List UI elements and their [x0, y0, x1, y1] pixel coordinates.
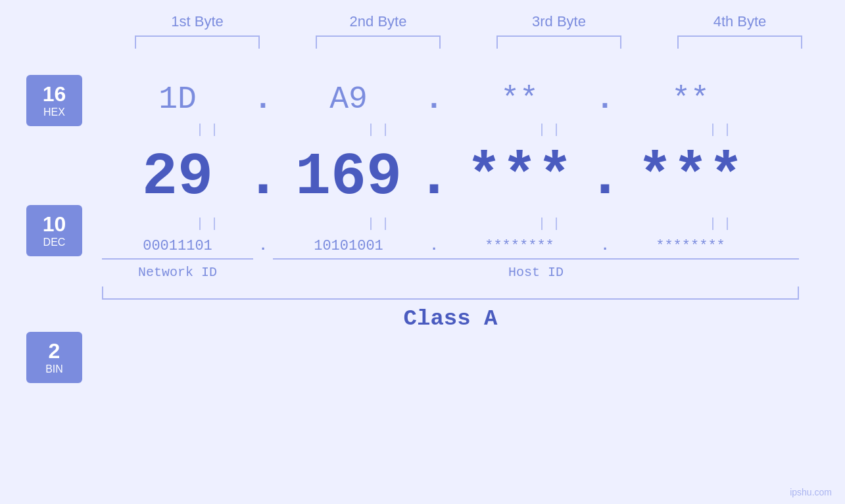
dec-byte1: 29 — [102, 144, 253, 211]
hex-badge-num: 16 — [43, 83, 66, 106]
dec-byte3: *** — [444, 144, 595, 211]
vbar1: || — [135, 122, 286, 137]
bin-dot1: . — [253, 238, 273, 254]
top-brackets — [107, 35, 831, 49]
bin-byte4: ******** — [615, 238, 766, 254]
bin-row: 00011101 . 10101001 . ******** . *******… — [102, 238, 799, 254]
hex-dot3: . — [595, 81, 615, 117]
class-label: Class A — [102, 306, 799, 331]
vbar-row-2: || || || || — [135, 216, 832, 231]
dec-row: 29 . 169 . *** . *** — [102, 144, 799, 211]
hex-badge: 16 HEX — [26, 75, 82, 126]
dec-dot3: . — [595, 144, 615, 211]
bin-byte1: 00011101 — [102, 238, 253, 254]
outer-bracket — [102, 286, 799, 300]
dec-dot2: . — [424, 144, 444, 211]
vbar7: || — [477, 216, 628, 231]
vbar-row-1: || || || || — [135, 122, 832, 137]
top-bracket-4 — [677, 35, 802, 49]
vbar4: || — [648, 122, 799, 137]
dec-dot1: . — [253, 144, 273, 211]
bin-byte2: 10101001 — [273, 238, 424, 254]
hex-byte4: ** — [615, 81, 766, 117]
top-bracket-2 — [316, 35, 441, 49]
bin-badge-label: BIN — [45, 363, 63, 375]
top-bracket-3 — [496, 35, 621, 49]
hex-byte3: ** — [444, 81, 595, 117]
hex-row: 1D . A9 . ** . ** — [102, 81, 799, 117]
network-underline — [102, 258, 253, 260]
dec-badge: 10 DEC — [26, 205, 82, 256]
watermark: ipshu.com — [790, 487, 832, 497]
top-bracket-1 — [135, 35, 260, 49]
vbar5: || — [135, 216, 286, 231]
bin-badge: 2 BIN — [26, 332, 82, 383]
dec-byte2: 169 — [273, 144, 424, 211]
hex-byte1: 1D — [102, 81, 253, 117]
vbar8: || — [648, 216, 799, 231]
hex-byte2: A9 — [273, 81, 424, 117]
network-id-label: Network ID — [102, 265, 253, 280]
bin-byte3: ******** — [444, 238, 595, 254]
byte3-header: 3rd Byte — [487, 13, 631, 30]
dec-badge-num: 10 — [43, 213, 66, 236]
bin-underlines — [102, 258, 799, 260]
hex-dot2: . — [424, 81, 444, 117]
vbar3: || — [477, 122, 628, 137]
byte1-header: 1st Byte — [125, 13, 270, 30]
byte-headers: 1st Byte 2nd Byte 3rd Byte 4th Byte — [107, 13, 831, 30]
host-id-label: Host ID — [273, 265, 799, 280]
vbar2: || — [306, 122, 457, 137]
hex-dot1: . — [253, 81, 273, 117]
bin-dot2: . — [424, 238, 444, 254]
dec-badge-label: DEC — [43, 237, 66, 248]
hex-badge-label: HEX — [43, 106, 65, 118]
bin-badge-num: 2 — [49, 340, 60, 363]
left-badges: 16 HEX 10 DEC 2 BIN — [26, 49, 82, 383]
byte4-header: 4th Byte — [667, 13, 812, 30]
id-labels: Network ID Host ID — [102, 265, 799, 280]
dec-byte4: *** — [615, 144, 766, 211]
bin-dot3: . — [595, 238, 615, 254]
host-underline — [273, 258, 799, 260]
byte2-header: 2nd Byte — [306, 13, 450, 30]
main-container: 1st Byte 2nd Byte 3rd Byte 4th Byte 16 H… — [0, 0, 845, 504]
vbar6: || — [306, 216, 457, 231]
